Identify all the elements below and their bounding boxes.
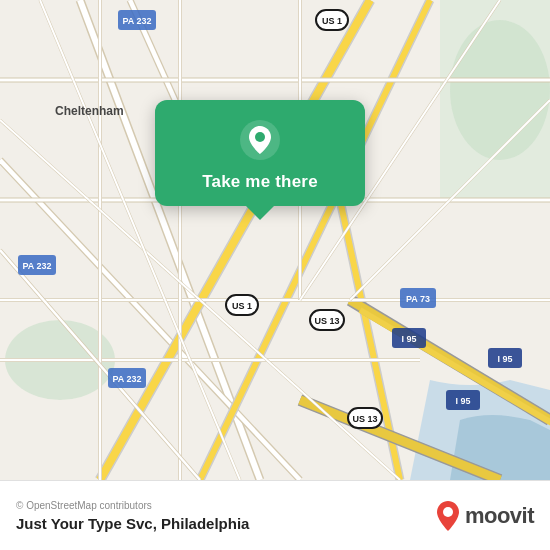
svg-point-72 xyxy=(443,507,453,517)
map-roads: PA 232 PA 232 PA 232 US 1 US 1 US 1 US 1… xyxy=(0,0,550,480)
svg-text:I 95: I 95 xyxy=(455,396,470,406)
svg-text:Cheltenham: Cheltenham xyxy=(55,104,124,118)
svg-text:US 1: US 1 xyxy=(322,16,342,26)
svg-point-3 xyxy=(450,20,550,160)
svg-text:PA 232: PA 232 xyxy=(122,16,151,26)
moovit-pin-icon xyxy=(435,500,461,532)
svg-text:US 13: US 13 xyxy=(352,414,377,424)
info-bar: © OpenStreetMap contributors Just Your T… xyxy=(0,480,550,550)
svg-point-71 xyxy=(255,132,265,142)
svg-text:PA 232: PA 232 xyxy=(22,261,51,271)
take-me-there-button[interactable]: Take me there xyxy=(202,172,318,192)
svg-text:PA 73: PA 73 xyxy=(406,294,430,304)
svg-text:US 1: US 1 xyxy=(232,301,252,311)
map-attribution: © OpenStreetMap contributors xyxy=(16,500,249,511)
svg-text:I 95: I 95 xyxy=(401,334,416,344)
svg-text:PA 232: PA 232 xyxy=(112,374,141,384)
pin-icon xyxy=(238,118,282,162)
svg-text:I 95: I 95 xyxy=(497,354,512,364)
location-popup[interactable]: Take me there xyxy=(155,100,365,206)
svg-text:US 13: US 13 xyxy=(314,316,339,326)
info-left: © OpenStreetMap contributors Just Your T… xyxy=(16,500,249,532)
location-title: Just Your Type Svc, Philadelphia xyxy=(16,515,249,532)
moovit-logo: moovit xyxy=(435,500,534,532)
moovit-brand-text: moovit xyxy=(465,503,534,529)
map-container: PA 232 PA 232 PA 232 US 1 US 1 US 1 US 1… xyxy=(0,0,550,480)
